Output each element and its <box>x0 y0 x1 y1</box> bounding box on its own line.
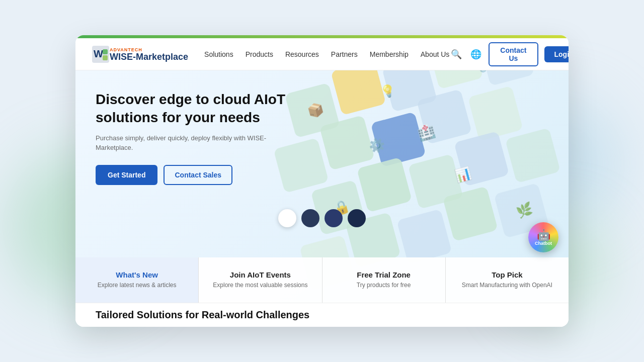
logo-name: WISE-Marketplace <box>110 52 188 61</box>
svg-text:W: W <box>94 48 103 59</box>
svg-text:📊: 📊 <box>453 165 473 185</box>
carousel-dot-2[interactable] <box>301 209 319 227</box>
card-top-pick-title: Top Pick <box>492 270 522 279</box>
nav-links: Solutions Products Resources Partners Me… <box>204 50 449 58</box>
svg-rect-12 <box>417 89 472 144</box>
svg-rect-11 <box>370 112 426 167</box>
svg-rect-13 <box>468 85 523 141</box>
svg-rect-22 <box>443 186 498 241</box>
main-window: W ADVANTECH WISE-Marketplace Solutions P… <box>75 35 569 327</box>
tailored-title: Tailored Solutions for Real-world Challe… <box>96 309 548 321</box>
nav-membership[interactable]: Membership <box>370 50 409 58</box>
chatbot-button[interactable]: 🤖 Chatbot <box>528 222 558 252</box>
svg-text:⚙️: ⚙️ <box>367 136 387 155</box>
logo-text: ADVANTECH WISE-Marketplace <box>110 47 188 61</box>
svg-text:🌿: 🌿 <box>515 200 535 220</box>
svg-rect-3 <box>103 55 108 60</box>
logo-area: W ADVANTECH WISE-Marketplace <box>92 45 188 63</box>
svg-text:🔗: 🔗 <box>476 70 494 74</box>
bottom-cards: What's New Explore latest news & article… <box>75 257 569 303</box>
nav-resources[interactable]: Resources <box>285 50 319 58</box>
logo-brand: ADVANTECH <box>110 47 188 52</box>
svg-rect-18 <box>505 128 560 183</box>
chatbot-icon: 🤖 <box>537 229 550 242</box>
card-whats-new-desc: Explore latest news & articles <box>98 281 177 290</box>
svg-rect-16 <box>408 154 463 209</box>
nav-partners[interactable]: Partners <box>331 50 358 58</box>
nav-solutions[interactable]: Solutions <box>204 50 233 58</box>
chatbot-label: Chatbot <box>535 241 552 246</box>
get-started-button[interactable]: Get Started <box>96 165 157 185</box>
logo-icon: W <box>92 45 110 63</box>
svg-rect-6 <box>382 70 437 112</box>
carousel-dots <box>278 209 366 227</box>
svg-rect-17 <box>454 131 509 187</box>
login-button[interactable]: Login <box>544 46 569 62</box>
svg-rect-2 <box>103 49 108 54</box>
card-join-aiot-title: Join AIoT Events <box>230 270 291 279</box>
hero-buttons: Get Started Contact Sales <box>96 165 287 185</box>
contact-us-button[interactable]: Contact Us <box>489 42 538 66</box>
hero-subtitle: Purchase simply, deliver quickly, deploy… <box>96 133 287 153</box>
svg-rect-4 <box>285 82 340 138</box>
carousel-dot-4[interactable] <box>348 209 366 227</box>
card-join-aiot-desc: Explore the most valuable sessions <box>213 281 307 290</box>
hero-title: Discover edge to cloud AIoT solutions fo… <box>96 90 287 127</box>
search-icon: 🔍 <box>451 49 462 60</box>
card-free-trial[interactable]: Free Trial Zone Try products for free <box>323 257 446 303</box>
search-button[interactable]: 🔍 <box>449 46 463 62</box>
navbar: W ADVANTECH WISE-Marketplace Solutions P… <box>75 38 569 70</box>
card-free-trial-desc: Try products for free <box>357 281 411 290</box>
hero-section: 🏥 ⚙️ 🔒 📊 🌿 📦 🔗 💡 Discover edge to cloud … <box>75 70 569 303</box>
contact-sales-button[interactable]: Contact Sales <box>164 165 232 185</box>
svg-rect-10 <box>319 115 375 170</box>
svg-rect-15 <box>357 157 412 212</box>
card-top-pick[interactable]: Top Pick Smart Manufacturing with OpenAI <box>446 257 569 303</box>
svg-rect-7 <box>428 70 483 89</box>
tailored-section: Tailored Solutions for Real-world Challe… <box>75 303 569 327</box>
nav-about[interactable]: About Us <box>421 50 450 58</box>
globe-button[interactable]: 🌐 <box>469 46 482 62</box>
card-join-aiot[interactable]: Join AIoT Events Explore the most valuab… <box>199 257 322 303</box>
globe-icon: 🌐 <box>470 49 481 60</box>
card-whats-new-title: What's New <box>116 270 158 279</box>
svg-text:🏥: 🏥 <box>416 122 437 142</box>
card-top-pick-desc: Smart Manufacturing with OpenAI <box>462 281 552 290</box>
hero-content: Discover edge to cloud AIoT solutions fo… <box>96 90 287 201</box>
svg-text:💡: 💡 <box>379 82 397 100</box>
card-whats-new[interactable]: What's New Explore latest news & article… <box>75 257 199 303</box>
svg-text:📦: 📦 <box>305 100 326 120</box>
nav-products[interactable]: Products <box>246 50 273 58</box>
card-free-trial-title: Free Trial Zone <box>357 270 411 279</box>
carousel-dot-3[interactable] <box>325 209 343 227</box>
svg-rect-5 <box>331 70 386 115</box>
svg-rect-8 <box>479 70 534 86</box>
nav-actions: 🔍 🌐 Contact Us Login <box>449 42 569 66</box>
carousel-dot-1[interactable] <box>278 209 296 227</box>
svg-rect-21 <box>396 209 452 264</box>
